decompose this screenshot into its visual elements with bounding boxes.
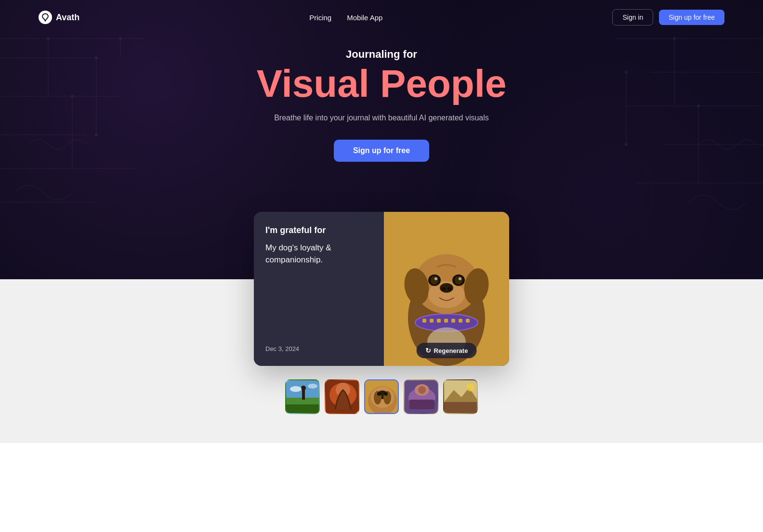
svg-point-23 xyxy=(673,37,676,40)
thumb-image-2 xyxy=(326,380,359,414)
svg-rect-35 xyxy=(451,319,455,323)
svg-point-68 xyxy=(377,392,381,396)
svg-point-47 xyxy=(431,276,438,285)
navbar: Avath Pricing Mobile App Sign in Sign up… xyxy=(0,0,763,35)
hero-description: Breathe life into your journal with beau… xyxy=(257,114,507,122)
svg-point-69 xyxy=(384,392,388,396)
svg-rect-76 xyxy=(444,402,478,414)
thumbnail-3[interactable] xyxy=(364,379,399,414)
svg-rect-34 xyxy=(444,319,448,323)
nav-buttons: Sign in Sign up for free xyxy=(612,9,724,26)
svg-point-57 xyxy=(290,386,302,392)
svg-rect-36 xyxy=(459,319,462,323)
card-left: I'm grateful for My dog's loyalty &compa… xyxy=(254,212,384,366)
thumb-image-4 xyxy=(405,380,438,414)
card-date: Dec 3, 2024 xyxy=(265,345,372,352)
svg-point-24 xyxy=(625,71,628,74)
card-section: I'm grateful for My dog's loyalty &compa… xyxy=(0,279,763,443)
svg-point-26 xyxy=(625,143,628,146)
svg-point-48 xyxy=(455,276,462,285)
svg-rect-31 xyxy=(422,319,426,323)
svg-rect-32 xyxy=(430,319,434,323)
hero-subtitle: Journaling for xyxy=(257,48,507,61)
regenerate-label: Regenerate xyxy=(434,347,468,354)
thumbnail-5[interactable] xyxy=(443,379,478,414)
svg-point-43 xyxy=(442,287,446,290)
svg-point-50 xyxy=(459,277,461,280)
svg-point-21 xyxy=(119,37,122,40)
nav-links: Pricing Mobile App xyxy=(309,13,382,22)
svg-point-19 xyxy=(95,56,98,59)
card-image-panel: ↻ Regenerate xyxy=(384,212,509,366)
svg-point-20 xyxy=(71,95,74,98)
hero-title: Visual People xyxy=(257,64,507,104)
regenerate-icon: ↻ xyxy=(425,347,431,354)
logo-icon xyxy=(39,11,52,24)
logo-text: Avath xyxy=(56,13,79,23)
svg-rect-33 xyxy=(437,319,441,323)
svg-rect-54 xyxy=(286,404,320,414)
thumb-image-1 xyxy=(286,380,320,414)
journal-card: I'm grateful for My dog's loyalty &compa… xyxy=(254,212,509,366)
svg-rect-55 xyxy=(302,390,305,400)
svg-point-56 xyxy=(301,386,306,390)
logo[interactable]: Avath xyxy=(39,11,79,24)
svg-point-58 xyxy=(308,384,317,389)
thumb-image-3 xyxy=(365,380,399,414)
svg-point-44 xyxy=(447,287,451,290)
nav-link-pricing[interactable]: Pricing xyxy=(309,13,331,22)
svg-point-42 xyxy=(440,283,453,293)
svg-point-25 xyxy=(697,104,700,107)
thumbnails-row xyxy=(285,379,478,414)
svg-point-49 xyxy=(434,277,437,280)
svg-point-22 xyxy=(95,133,98,136)
signin-button[interactable]: Sign in xyxy=(612,9,653,26)
svg-point-77 xyxy=(467,384,474,391)
thumbnail-1[interactable] xyxy=(285,379,320,414)
svg-rect-72 xyxy=(409,400,434,409)
card-prompt-label: I'm grateful for xyxy=(265,225,372,235)
signup-hero-button[interactable]: Sign up for free xyxy=(334,140,429,162)
svg-rect-37 xyxy=(466,319,470,323)
nav-link-mobile[interactable]: Mobile App xyxy=(347,13,382,22)
hero-content: Journaling for Visual People Breathe lif… xyxy=(247,48,516,162)
regenerate-button[interactable]: ↻ Regenerate xyxy=(417,343,477,358)
svg-point-18 xyxy=(47,37,50,40)
signup-nav-button[interactable]: Sign up for free xyxy=(659,10,724,25)
card-prompt-text: My dog's loyalty &companionship. xyxy=(265,242,372,266)
thumb-image-5 xyxy=(444,380,478,414)
thumbnail-2[interactable] xyxy=(325,379,359,414)
thumbnail-4[interactable] xyxy=(404,379,438,414)
svg-point-74 xyxy=(418,386,426,394)
